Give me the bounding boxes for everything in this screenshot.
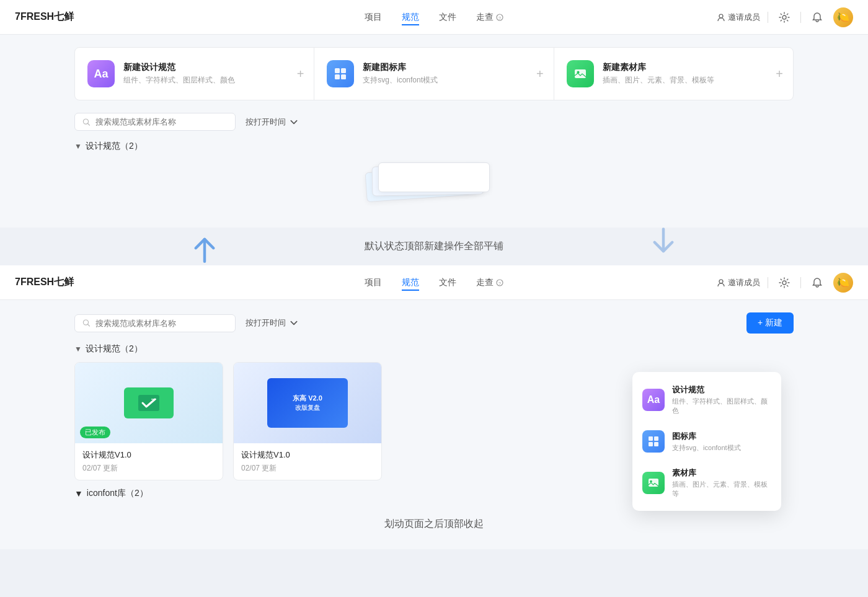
dropdown-menu: Aa 设计规范 组件、字符样式、图层样式、颜色 图标库 支持svg、iconfo… — [632, 372, 781, 511]
invite-icon-bottom — [717, 278, 725, 287]
search-box-bottom[interactable] — [74, 314, 236, 332]
chevron-icon-spec: ▼ — [74, 142, 82, 151]
top-content: Aa 新建设计规范 组件、字符样式、图层样式、颜色 + — [0, 47, 868, 209]
bottom-navbar: 7FRESH七鲜 项目 规范 文件 走查 ? 邀请成员 🍋 — [0, 265, 868, 300]
dropdown-asset-icon — [642, 472, 665, 494]
avatar-top[interactable]: 🍋 — [833, 7, 853, 27]
card-date-1: 02/07 更新 — [82, 463, 215, 474]
illustration — [74, 159, 794, 209]
svg-point-13 — [719, 280, 723, 283]
svg-point-2 — [719, 14, 723, 18]
bottom-nav-spec[interactable]: 规范 — [402, 275, 419, 291]
spec-card-plus[interactable]: + — [297, 67, 304, 81]
card-info-1: 设计规范V1.0 02/07 更新 — [75, 443, 223, 480]
nav-item-files[interactable]: 文件 — [439, 9, 456, 25]
icon-card-text: 新建图标库 支持svg、iconfont模式 — [363, 62, 438, 86]
search-input-bottom[interactable] — [95, 319, 228, 328]
invite-icon — [717, 13, 725, 22]
bottom-nav-files[interactable]: 文件 — [439, 275, 456, 291]
filter-btn-bottom[interactable]: 按打开时间 — [246, 317, 298, 329]
invite-button[interactable]: 邀请成员 — [717, 12, 760, 23]
divider-3 — [768, 277, 768, 288]
filter-btn-top[interactable]: 按打开时间 — [246, 117, 298, 128]
card-thumb-inner-2: 东高 V2.0 改版复盘 — [267, 378, 348, 428]
search-box-top[interactable] — [74, 113, 236, 131]
bottom-toolbar: 按打开时间 + 新建 — [74, 312, 794, 334]
illus-card-3 — [378, 162, 490, 192]
bell-icon-bottom — [812, 277, 823, 288]
illus-cards — [353, 162, 515, 206]
spec-section-header-top: ▼ 设计规范（2） — [74, 141, 794, 152]
svg-point-14 — [782, 281, 786, 285]
new-button[interactable]: + 新建 — [746, 312, 794, 334]
bell-icon — [812, 12, 823, 23]
chevron-down-icon-bottom — [290, 319, 298, 327]
asset-card-plus[interactable]: + — [776, 67, 783, 81]
settings-icon-btn-bottom[interactable] — [776, 274, 793, 291]
nav-item-spec[interactable]: 规范 — [402, 9, 419, 25]
bottom-nav-check[interactable]: 走查 ? — [476, 275, 503, 291]
nav-item-projects[interactable]: 项目 — [365, 9, 382, 25]
settings-icon-bottom — [779, 277, 790, 288]
published-badge-1: 已发布 — [80, 427, 110, 438]
svg-rect-22 — [649, 479, 658, 487]
image-icon-dropdown — [647, 477, 660, 489]
dropdown-spec[interactable]: Aa 设计规范 组件、字符样式、图层样式、颜色 — [632, 377, 781, 423]
svg-text:?: ? — [498, 15, 501, 20]
image-icon — [574, 67, 587, 81]
question-icon-bottom: ? — [496, 279, 503, 286]
new-spec-card[interactable]: Aa 新建设计规范 组件、字符样式、图层样式、颜色 + — [75, 48, 314, 100]
grid-icon-dropdown — [647, 435, 660, 448]
arrow-up-icon — [192, 234, 217, 267]
divider-1 — [768, 12, 768, 23]
svg-rect-5 — [341, 68, 346, 73]
bell-icon-btn-bottom[interactable] — [808, 274, 826, 291]
bell-icon-btn[interactable] — [808, 9, 826, 26]
svg-rect-16 — [138, 395, 159, 411]
svg-point-23 — [650, 480, 652, 483]
invite-button-bottom[interactable]: 邀请成员 — [717, 277, 760, 288]
search-icon-top — [82, 118, 91, 126]
svg-rect-4 — [335, 68, 340, 73]
top-navbar: 7FRESH七鲜 项目 规范 文件 走查 ? 邀请成员 🍋 — [0, 0, 868, 35]
card-thumb-2: 东高 V2.0 改版复盘 — [234, 363, 381, 443]
svg-rect-18 — [649, 436, 653, 441]
card-date-2: 02/07 更新 — [241, 463, 374, 474]
svg-rect-7 — [341, 74, 346, 79]
brand-top: 7FRESH七鲜 — [15, 11, 74, 24]
search-icon-bottom — [82, 319, 91, 327]
card-item-1[interactable]: 已发布 设计规范V1.0 02/07 更新 — [74, 362, 223, 480]
new-cards-row: Aa 新建设计规范 组件、字符样式、图层样式、颜色 + — [74, 47, 794, 100]
divider-2 — [800, 12, 801, 23]
bottom-nav-projects[interactable]: 项目 — [365, 275, 382, 291]
dropdown-icon-text: 图标库 支持svg、iconfont模式 — [672, 431, 741, 453]
asset-card-icon — [567, 60, 594, 87]
card-title-2: 设计规范V1.0 — [241, 449, 374, 461]
card-item-2[interactable]: 东高 V2.0 改版复盘 设计规范V1.0 02/07 更新 — [233, 362, 382, 480]
icon-card-icon — [327, 60, 354, 87]
new-icon-card[interactable]: 新建图标库 支持svg、iconfont模式 + — [314, 48, 554, 100]
icon-card-plus[interactable]: + — [536, 67, 544, 81]
svg-point-3 — [782, 15, 786, 19]
question-icon: ? — [496, 14, 503, 21]
transition-area: 默认状态顶部新建操作全部平铺 — [0, 228, 868, 265]
svg-rect-8 — [575, 69, 586, 78]
spec-section-header-bottom: ▼ 设计规范（2） — [74, 343, 794, 355]
svg-rect-19 — [654, 436, 658, 441]
avatar-bottom[interactable]: 🍋 — [833, 273, 853, 293]
svg-text:?: ? — [498, 281, 501, 285]
search-input-top[interactable] — [95, 117, 228, 126]
nav-item-check[interactable]: 走查 ? — [476, 9, 503, 25]
dropdown-asset[interactable]: 素材库 插画、图片、元素、背景、模板等 — [632, 460, 781, 506]
grid-icon — [334, 67, 347, 81]
brand-bottom: 7FRESH七鲜 — [15, 276, 74, 289]
dropdown-icon[interactable]: 图标库 支持svg、iconfont模式 — [632, 423, 781, 460]
asset-card-text: 新建素材库 插画、图片、元素、背景、模板等 — [603, 62, 714, 86]
new-asset-card[interactable]: 新建素材库 插画、图片、元素、背景、模板等 + — [554, 48, 793, 100]
card-title-1: 设计规范V1.0 — [82, 449, 215, 461]
bottom-label: 划动页面之后顶部收起 — [0, 518, 868, 531]
card-thumb-inner-1 — [124, 387, 174, 418]
svg-rect-21 — [654, 442, 658, 446]
arrow-down-icon — [651, 226, 676, 259]
settings-icon-btn[interactable] — [776, 9, 793, 26]
